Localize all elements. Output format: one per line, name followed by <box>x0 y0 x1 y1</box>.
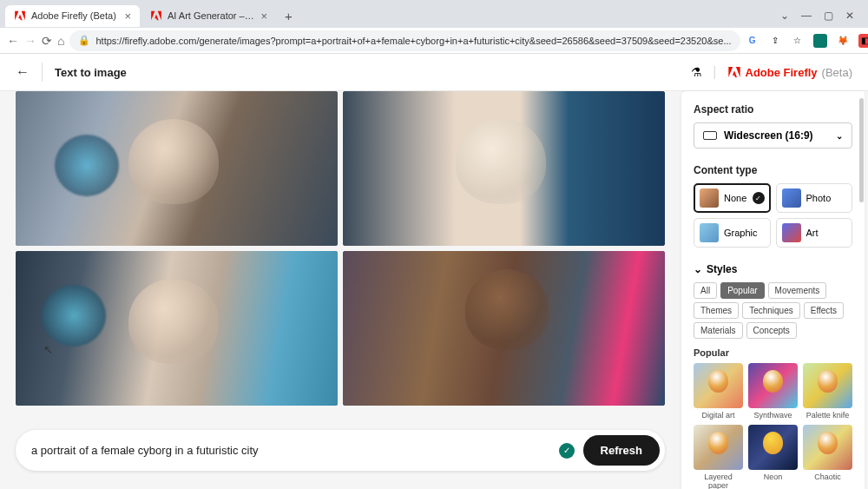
flask-icon[interactable]: ⚗ <box>691 65 702 79</box>
app-header: ← Text to image ⚗ | Adobe Firefly (Beta) <box>0 54 868 91</box>
ct-label: Graphic <box>724 228 758 238</box>
close-icon[interactable]: × <box>124 10 131 23</box>
generated-image-4[interactable] <box>343 251 665 406</box>
settings-panel: Aspect ratio Widescreen (16:9) ⌄ Content… <box>681 91 865 489</box>
canvas-area: a portrait of a female cyborg in a futur… <box>0 91 681 489</box>
google-icon[interactable]: G <box>746 34 760 48</box>
image-grid <box>16 91 665 406</box>
style-section-label: Popular <box>694 347 852 358</box>
close-window-icon[interactable]: ✕ <box>845 10 854 22</box>
styles-toggle[interactable]: ⌄ Styles <box>694 263 852 275</box>
content-type-art[interactable]: Art <box>776 218 853 248</box>
refresh-button[interactable]: Refresh <box>583 435 660 466</box>
lock-icon: 🔒 <box>78 35 90 46</box>
ext-icon-2[interactable]: 🦊 <box>836 34 850 48</box>
content-type-graphic[interactable]: Graphic <box>694 218 771 248</box>
ct-label: Photo <box>806 193 832 203</box>
content-type-grid: None ✓ Photo Graphic Art <box>694 183 852 248</box>
content-type-none[interactable]: None ✓ <box>694 183 771 213</box>
aspect-ratio-select[interactable]: Widescreen (16:9) ⌄ <box>694 122 852 149</box>
ext-icon-3[interactable]: ◧ <box>858 34 868 48</box>
maximize-icon[interactable]: ▢ <box>824 10 833 22</box>
chevron-down-icon[interactable]: ⌄ <box>780 10 789 22</box>
content-type-photo[interactable]: Photo <box>776 183 853 213</box>
styles-label: Styles <box>707 263 737 275</box>
style-tabs: All Popular Movements Themes Techniques … <box>694 282 852 339</box>
main: a portrait of a female cyborg in a futur… <box>0 91 868 489</box>
back-arrow-button[interactable]: ← <box>16 64 30 80</box>
thumb-icon <box>782 223 801 242</box>
close-icon[interactable]: × <box>260 10 267 23</box>
style-neon[interactable]: Neon <box>748 425 798 489</box>
generated-image-3[interactable] <box>16 251 338 406</box>
back-button[interactable]: ← <box>7 34 19 48</box>
browser-tab-active[interactable]: Adobe Firefly (Beta) × <box>5 5 140 27</box>
aspect-ratio-label: Aspect ratio <box>694 103 852 116</box>
style-digital-art[interactable]: Digital art <box>694 363 743 420</box>
brand-link[interactable]: Adobe Firefly (Beta) <box>727 65 852 79</box>
style-tab-materials[interactable]: Materials <box>694 322 743 339</box>
style-tab-concepts[interactable]: Concepts <box>746 322 797 339</box>
divider <box>42 63 43 82</box>
status-check-icon: ✓ <box>559 443 575 459</box>
style-tab-effects[interactable]: Effects <box>804 302 844 319</box>
url-text: https://firefly.adobe.com/generate/image… <box>95 36 731 46</box>
tab-title: AI Art Generator – Adobe Firefly <box>168 10 255 21</box>
scrollbar[interactable] <box>859 98 864 202</box>
style-tab-themes[interactable]: Themes <box>694 302 739 319</box>
tab-bar: Adobe Firefly (Beta) × AI Art Generator … <box>0 0 868 28</box>
new-tab-button[interactable]: + <box>278 5 299 27</box>
browser-tab-inactive[interactable]: AI Art Generator – Adobe Firefly × <box>141 5 276 27</box>
share-icon[interactable]: ⇪ <box>768 34 782 48</box>
ct-label: Art <box>806 228 819 238</box>
extension-icons: G ⇪ ☆ 🦊 ◧ ◉ ✱ ✦ ◫ ⋮ <box>746 33 868 49</box>
ext-icon-1[interactable] <box>813 34 827 48</box>
chevron-down-icon: ⌄ <box>694 263 702 275</box>
brand-suffix: (Beta) <box>822 66 852 79</box>
browser-chrome: Adobe Firefly (Beta) × AI Art Generator … <box>0 0 868 54</box>
home-button[interactable]: ⌂ <box>57 34 64 48</box>
divider: | <box>713 64 716 80</box>
style-tab-all[interactable]: All <box>694 282 717 299</box>
generated-image-1[interactable] <box>16 91 338 246</box>
star-icon[interactable]: ☆ <box>791 34 805 48</box>
prompt-input[interactable]: a portrait of a female cyborg in a futur… <box>31 444 550 457</box>
widescreen-icon <box>703 131 717 140</box>
brand-name: Adobe Firefly <box>746 66 818 79</box>
style-tab-techniques[interactable]: Techniques <box>742 302 800 319</box>
prompt-bar: a portrait of a female cyborg in a futur… <box>16 430 665 471</box>
style-layered-paper[interactable]: Layered paper <box>694 425 743 489</box>
style-grid: Digital art Synthwave Palette knife Laye… <box>694 363 852 489</box>
thumb-icon <box>700 223 719 242</box>
style-synthwave[interactable]: Synthwave <box>748 363 798 420</box>
url-bar: ← → ⟳ ⌂ 🔒 https://firefly.adobe.com/gene… <box>0 28 868 54</box>
content-type-label: Content type <box>694 164 852 176</box>
thumb-icon <box>700 188 719 208</box>
page-title: Text to image <box>55 66 127 79</box>
style-tab-movements[interactable]: Movements <box>768 282 827 299</box>
window-controls: ⌄ — ▢ ✕ <box>780 10 863 22</box>
url-field[interactable]: 🔒 https://firefly.adobe.com/generate/ima… <box>69 30 740 51</box>
reload-button[interactable]: ⟳ <box>42 34 52 48</box>
style-chaotic[interactable]: Chaotic <box>803 425 852 489</box>
minimize-icon[interactable]: — <box>801 10 812 22</box>
generated-image-2[interactable] <box>343 91 665 246</box>
tab-title: Adobe Firefly (Beta) <box>31 10 119 21</box>
forward-button[interactable]: → <box>24 34 36 48</box>
aspect-ratio-value: Widescreen (16:9) <box>724 129 813 142</box>
style-tab-popular[interactable]: Popular <box>720 282 764 299</box>
adobe-favicon <box>14 10 26 22</box>
adobe-favicon <box>150 10 162 22</box>
adobe-logo-icon <box>727 65 741 79</box>
thumb-icon <box>782 188 801 208</box>
ct-label: None <box>724 193 746 203</box>
chevron-down-icon: ⌄ <box>836 131 843 141</box>
style-palette-knife[interactable]: Palette knife <box>803 363 852 420</box>
check-icon: ✓ <box>753 192 765 204</box>
